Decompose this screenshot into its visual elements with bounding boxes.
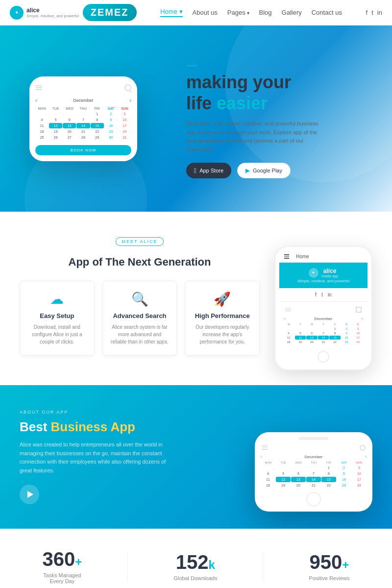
logo-icon: ✦ bbox=[10, 6, 24, 20]
hamburger-icon bbox=[35, 85, 42, 90]
feature-easy-setup-title: Easy Setup bbox=[28, 312, 86, 319]
stat-tasks-suffix: + bbox=[75, 555, 82, 568]
phone-cal-days: 0 0 0 0 1 2 3 4 5 6 7 8 9 10 11 bbox=[283, 327, 364, 344]
header: ✦ alice Simple, Intuitive, and powerful … bbox=[0, 0, 392, 25]
nav-item-pages[interactable]: Pages bbox=[227, 9, 249, 16]
hero-title-line2: life bbox=[186, 93, 217, 113]
logo-area: ✦ alice Simple, Intuitive, and powerful … bbox=[10, 4, 137, 21]
feature-performance-title: High Performance bbox=[193, 312, 251, 319]
appstore-button[interactable]:  App Store bbox=[186, 163, 231, 178]
features-section: MEET ALICE App of The Next Generation ☁ … bbox=[0, 212, 392, 385]
cloud-icon: ☁ bbox=[28, 291, 86, 307]
business-title-highlight: Business App bbox=[51, 419, 135, 434]
zemez-badge: ZEMEZ bbox=[83, 4, 137, 21]
feature-card-performance: 🚀 High Performance Our developers regula… bbox=[185, 281, 260, 356]
feature-performance-desc: Our developers regularly increase the ap… bbox=[193, 323, 251, 345]
stat-reviews-label: Positive Reviews bbox=[309, 575, 349, 581]
stat-reviews-number: 950+ bbox=[309, 551, 349, 573]
phone-screen: Home ✦ alice mobile app Simple, Intuitiv… bbox=[279, 251, 368, 366]
play-triangle-icon bbox=[27, 491, 33, 498]
business-right: ‹ December › MONTUEWEDTHUFRISATSUN ....1… bbox=[245, 417, 372, 497]
features-title: App of The Next Generation bbox=[20, 256, 260, 269]
stat-downloads-label: Global Downloads bbox=[173, 575, 217, 581]
pb-days: ....123 45678910 11121314151617 18192021… bbox=[261, 465, 367, 488]
logo-name: alice bbox=[26, 7, 79, 14]
instagram-link[interactable]: in bbox=[377, 9, 382, 16]
stat-downloads-number: 152k bbox=[173, 551, 217, 573]
feature-cards: ☁ Easy Setup Download, install and confi… bbox=[20, 281, 260, 356]
play-icon: ▶ bbox=[245, 167, 250, 174]
cal-next-arrow[interactable]: › bbox=[129, 97, 131, 104]
hero-section: ‹ December › MONTUEWEDTHUFRISATSUN 123 4… bbox=[0, 25, 392, 212]
stat-divider-1 bbox=[127, 552, 128, 581]
topbar-hamburger bbox=[284, 254, 289, 259]
phone-banner: ✦ alice mobile app Simple, Intuitive, an… bbox=[279, 263, 368, 288]
search-feature-icon: 🔍 bbox=[111, 291, 169, 307]
stat-downloads-suffix: k bbox=[208, 558, 215, 571]
stat-reviews: 950+ Positive Reviews bbox=[309, 551, 349, 581]
stat-reviews-suffix: + bbox=[342, 558, 349, 571]
nav-item-blog[interactable]: Blog bbox=[259, 9, 272, 16]
google-play-label: Google Play bbox=[253, 168, 282, 173]
facebook-link[interactable]: f bbox=[366, 9, 368, 16]
stat-downloads: 152k Global Downloads bbox=[173, 551, 217, 581]
business-title-start: Best bbox=[20, 419, 51, 434]
pb-calendar-grid: MONTUEWEDTHUFRISATSUN ....123 45678910 1… bbox=[260, 461, 368, 488]
google-play-button[interactable]: ▶ Google Play bbox=[237, 163, 291, 178]
book-now-button[interactable]: BOOK NOW bbox=[35, 145, 131, 155]
hero-title-highlight: easier bbox=[217, 93, 268, 113]
hero-left: ‹ December › MONTUEWEDTHUFRISATSUN 123 4… bbox=[20, 76, 167, 161]
stat-tasks-number: 360+ bbox=[42, 548, 82, 570]
pb-cal-header bbox=[260, 444, 368, 452]
phone-social-links: f t in bbox=[279, 288, 368, 302]
phone-preview-side: Home ✦ alice mobile app Simple, Intuitiv… bbox=[274, 236, 372, 370]
pb-instagram[interactable]: in bbox=[328, 292, 332, 297]
pb-facebook[interactable]: f bbox=[315, 292, 317, 297]
pb-cal-nav: ‹ December › bbox=[260, 455, 368, 459]
nav-item-contact[interactable]: Contact us bbox=[312, 9, 342, 16]
feature-easy-setup-desc: Download, install and configure Alice in… bbox=[28, 323, 86, 345]
twitter-link[interactable]: t bbox=[371, 9, 373, 16]
stat-divider-2 bbox=[263, 552, 263, 581]
hero-description: Meet Alice. The simple, intuitive, and p… bbox=[186, 120, 323, 154]
nav-item-gallery[interactable]: Gallery bbox=[282, 9, 302, 16]
pb-twitter[interactable]: t bbox=[321, 292, 323, 297]
cal-prev-arrow[interactable]: ‹ bbox=[35, 97, 37, 104]
business-phone-mockup: ‹ December › MONTUEWEDTHUFRISATSUN ....1… bbox=[255, 432, 372, 512]
pb-home-button bbox=[306, 492, 321, 507]
business-description: Alice was created to help entrepreneurs … bbox=[20, 441, 176, 475]
hero-buttons:  App Store ▶ Google Play bbox=[186, 163, 372, 178]
social-links: f t in bbox=[366, 9, 382, 16]
calendar-month: December bbox=[73, 98, 94, 103]
apple-icon:  bbox=[194, 167, 196, 174]
topbar-home-label: Home bbox=[292, 254, 363, 259]
hero-dash: — bbox=[186, 59, 372, 72]
business-section: ABOUT OUR APP Best Business App Alice wa… bbox=[0, 385, 392, 529]
hero-right: — making your life easier Meet Alice. Th… bbox=[167, 59, 372, 179]
calendar-weekdays: MONTUEWEDTHUFRISATSUN bbox=[35, 107, 131, 110]
nav-item-home[interactable]: Home ▾ bbox=[160, 8, 182, 17]
stats-section: 360+ Tasks ManagedEvery Day 152k Global … bbox=[0, 529, 392, 588]
business-title: Best Business App bbox=[20, 419, 230, 435]
appstore-label: App Store bbox=[199, 168, 223, 173]
stat-tasks: 360+ Tasks ManagedEvery Day bbox=[42, 548, 82, 584]
calendar-grid: MONTUEWEDTHUFRISATSUN 123 45678910 11121… bbox=[35, 107, 131, 140]
feature-card-easy-setup: ☁ Easy Setup Download, install and confi… bbox=[20, 281, 95, 356]
alice-logo: ✦ alice Simple, Intuitive, and powerful bbox=[10, 6, 79, 20]
hero-title: making your life easier bbox=[186, 72, 372, 114]
nav-item-about[interactable]: About us bbox=[193, 9, 218, 16]
rocket-icon: 🚀 bbox=[193, 291, 251, 307]
features-main: MEET ALICE App of The Next Generation ☁ … bbox=[20, 236, 260, 356]
feature-card-search: 🔍 Advanced Search Alice search system is… bbox=[102, 281, 177, 356]
hero-title-line1: making your bbox=[186, 72, 291, 92]
pb-hamburger-icon bbox=[262, 445, 268, 450]
stat-tasks-label: Tasks ManagedEvery Day bbox=[42, 572, 82, 584]
play-button[interactable] bbox=[20, 485, 39, 504]
phone-calendar-inner: ‹ December › M T W T F S S 0 bbox=[279, 302, 368, 348]
search-icon bbox=[124, 84, 131, 91]
phone-banner-subtitle: Simple, Intuitive, and powerful bbox=[284, 279, 363, 283]
pb-logo-name: alice mobile app bbox=[321, 268, 338, 278]
logo-subtitle: Simple, Intuitive, and powerful bbox=[26, 14, 79, 18]
business-section-label: ABOUT OUR APP bbox=[20, 410, 230, 415]
feature-search-desc: Alice search system is far more advanced… bbox=[111, 323, 169, 345]
